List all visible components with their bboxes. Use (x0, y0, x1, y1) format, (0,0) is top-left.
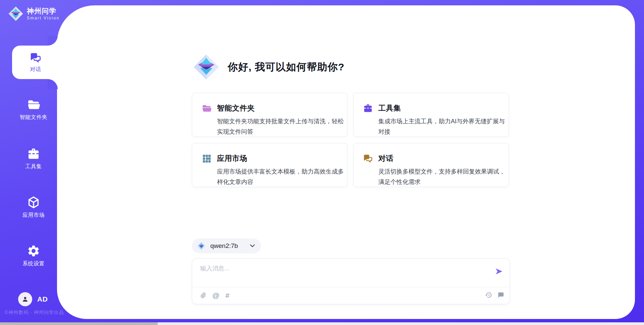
active-tab-fillet-top (48, 36, 58, 46)
card-title: 工具集 (378, 103, 401, 113)
paperclip-icon (200, 292, 206, 299)
greeting: 你好, 我可以如何帮助你? (193, 54, 344, 80)
at-icon: @ (212, 291, 219, 300)
sidebar-item-smart-folder[interactable]: 智能文件夹 (0, 98, 57, 121)
greeting-title: 你好, 我可以如何帮助你? (228, 60, 344, 74)
active-tab-fillet-bottom (48, 79, 58, 89)
cube-icon (27, 196, 40, 209)
sidebar-item-label: 系统设置 (22, 260, 45, 267)
card-description: 灵活切换多模型文件，支持多样回复效果调试，满足个性化需求 (378, 167, 508, 187)
chat-bubbles-icon (363, 153, 373, 164)
card-app-market[interactable]: 应用市场 应用市场提供丰富长文本模板，助力高效生成多样化文章内容 (192, 143, 347, 187)
hash-icon: # (225, 291, 229, 300)
sidebar-item-label: 对话 (30, 66, 41, 73)
person-icon (21, 296, 29, 303)
brand-subtitle: Smart Vision (27, 16, 60, 20)
sidebar-item-settings[interactable]: 系统设置 (0, 244, 57, 267)
composer-tools-left: @ # (200, 291, 229, 300)
history-button[interactable] (485, 291, 492, 299)
chevron-down-icon (250, 244, 255, 248)
history-clock-icon (485, 291, 492, 299)
horizontal-scrollbar (0, 322, 644, 325)
greeting-diamond-icon (193, 54, 220, 80)
attachment-button[interactable] (200, 292, 206, 299)
sidebar-item-label: 智能文件夹 (20, 114, 48, 121)
card-smart-folder[interactable]: 智能文件夹 智能文件夹功能支持批量文件上传与清洗，轻松实现文件问答 (192, 93, 347, 137)
toolbox-icon (27, 147, 40, 160)
gear-icon (27, 244, 40, 258)
card-toolset[interactable]: 工具集 集成市场上主流工具，助力AI与外界无缝扩展与对接 (353, 93, 509, 137)
brand-logo-diamond-icon (8, 6, 23, 21)
card-chat[interactable]: 对话 灵活切换多模型文件，支持多样回复效果调试，满足个性化需求 (353, 143, 509, 187)
card-title: 智能文件夹 (217, 103, 255, 113)
composer-divider (192, 287, 509, 287)
card-description: 应用市场提供丰富长文本模板，助力高效生成多样化文章内容 (217, 167, 346, 187)
sidebar-item-toolset[interactable]: 工具集 (0, 147, 57, 170)
model-selector[interactable]: qwen2:7b (192, 239, 261, 253)
folder-open-icon (202, 103, 212, 113)
composer-tools-right (485, 291, 504, 299)
brand-name: 神州问学 (27, 7, 60, 15)
message-composer: @ # (192, 258, 510, 304)
card-title: 对话 (378, 153, 393, 164)
sidebar-item-app-market[interactable]: 应用市场 (0, 196, 57, 219)
brand: 神州问学 Smart Vision (8, 6, 60, 21)
folder-icon (27, 98, 40, 111)
card-title: 应用市场 (217, 153, 247, 164)
grid-icon (202, 153, 212, 164)
user-initials: AD (37, 295, 48, 303)
mention-button[interactable]: @ (212, 291, 219, 300)
copyright-footer: ©神州数码 · 神州问学出品 (5, 310, 64, 316)
sidebar-item-label: 应用市场 (22, 212, 45, 219)
model-diamond-icon (197, 242, 206, 251)
send-button[interactable] (494, 267, 503, 277)
feature-cards: 智能文件夹 智能文件夹功能支持批量文件上传与清洗，轻松实现文件问答 工具集 集成… (192, 93, 509, 187)
chat-square-icon (497, 291, 504, 299)
sidebar-item-chat[interactable]: 对话 (12, 46, 59, 79)
card-description: 集成市场上主流工具，助力AI与外界无缝扩展与对接 (378, 116, 508, 137)
user-profile[interactable]: AD (18, 292, 48, 306)
model-name: qwen2:7b (210, 242, 246, 250)
message-input[interactable] (200, 264, 489, 284)
sidebar-item-label: 工具集 (25, 163, 42, 170)
card-description: 智能文件夹功能支持批量文件上传与清洗，轻松实现文件问答 (217, 116, 346, 137)
horizontal-scrollbar-thumb[interactable] (0, 322, 158, 325)
app-window: 神州问学 Smart Vision 对话 智能文件夹 工具集 应用市场 系统设置… (0, 0, 644, 325)
avatar (18, 292, 32, 306)
topic-button[interactable]: # (225, 291, 229, 300)
send-icon (494, 267, 503, 276)
chat-bubbles-icon (30, 52, 42, 64)
toolbox-icon (363, 103, 373, 113)
feedback-button[interactable] (497, 291, 504, 299)
